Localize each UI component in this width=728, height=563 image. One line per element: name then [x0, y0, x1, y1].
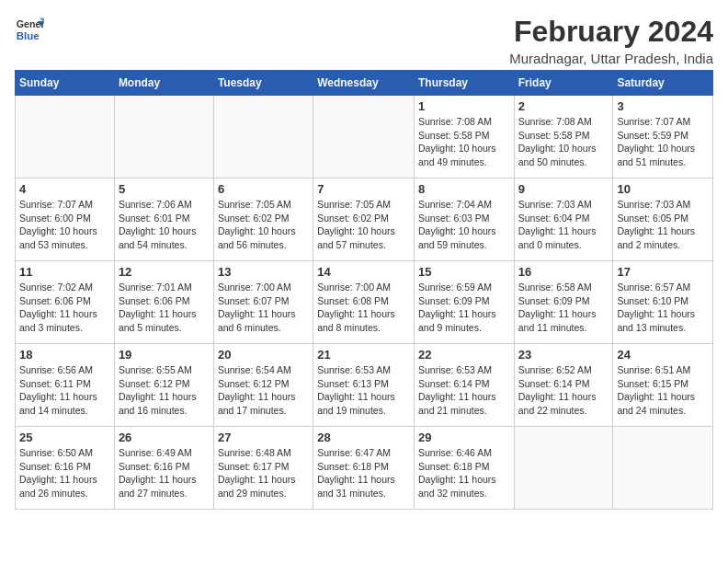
week-row-1: 1Sunrise: 7:08 AM Sunset: 5:58 PM Daylig…	[16, 96, 713, 178]
calendar-cell: 8Sunrise: 7:04 AM Sunset: 6:03 PM Daylig…	[414, 178, 514, 261]
day-number: 20	[218, 348, 309, 362]
day-number: 4	[19, 182, 110, 196]
header: General Blue February 2024 Muradnagar, U…	[15, 15, 713, 66]
day-number: 18	[19, 348, 110, 362]
header-row: SundayMondayTuesdayWednesdayThursdayFrid…	[16, 71, 713, 96]
calendar-cell: 12Sunrise: 7:01 AM Sunset: 6:06 PM Dayli…	[114, 261, 213, 344]
day-number: 27	[218, 431, 309, 444]
day-number: 13	[218, 265, 309, 279]
calendar-cell: 9Sunrise: 7:03 AM Sunset: 6:04 PM Daylig…	[514, 178, 613, 261]
day-info: Sunrise: 7:04 AM Sunset: 6:03 PM Dayligh…	[418, 198, 510, 252]
calendar-cell	[613, 427, 713, 510]
week-row-4: 18Sunrise: 6:56 AM Sunset: 6:11 PM Dayli…	[16, 344, 713, 427]
day-number: 29	[418, 431, 510, 444]
day-number: 6	[218, 182, 309, 196]
calendar-cell: 11Sunrise: 7:02 AM Sunset: 6:06 PM Dayli…	[16, 261, 115, 344]
calendar-cell: 20Sunrise: 6:54 AM Sunset: 6:12 PM Dayli…	[213, 344, 313, 427]
col-header-tuesday: Tuesday	[213, 71, 313, 96]
day-number: 7	[317, 182, 410, 196]
calendar-cell: 19Sunrise: 6:55 AM Sunset: 6:12 PM Dayli…	[114, 344, 213, 427]
calendar-cell: 24Sunrise: 6:51 AM Sunset: 6:15 PM Dayli…	[613, 344, 713, 427]
col-header-sunday: Sunday	[16, 71, 115, 96]
col-header-wednesday: Wednesday	[313, 71, 415, 96]
day-info: Sunrise: 6:58 AM Sunset: 6:09 PM Dayligh…	[518, 281, 609, 335]
calendar-cell	[313, 96, 415, 178]
calendar-cell: 17Sunrise: 6:57 AM Sunset: 6:10 PM Dayli…	[613, 261, 713, 344]
day-info: Sunrise: 6:53 AM Sunset: 6:13 PM Dayligh…	[317, 363, 410, 418]
day-info: Sunrise: 7:07 AM Sunset: 5:59 PM Dayligh…	[617, 115, 709, 169]
day-number: 16	[518, 265, 609, 279]
title-block: February 2024 Muradnagar, Uttar Pradesh,…	[509, 15, 713, 66]
day-number: 8	[418, 182, 510, 196]
col-header-monday: Monday	[114, 71, 213, 96]
calendar-cell: 1Sunrise: 7:08 AM Sunset: 5:58 PM Daylig…	[414, 96, 514, 178]
calendar-cell: 13Sunrise: 7:00 AM Sunset: 6:07 PM Dayli…	[213, 261, 313, 344]
day-number: 17	[617, 265, 709, 279]
day-info: Sunrise: 7:03 AM Sunset: 6:05 PM Dayligh…	[617, 198, 709, 252]
calendar-cell: 27Sunrise: 6:48 AM Sunset: 6:17 PM Dayli…	[213, 427, 313, 510]
day-number: 11	[19, 265, 110, 279]
calendar-cell	[213, 96, 313, 178]
day-info: Sunrise: 6:47 AM Sunset: 6:18 PM Dayligh…	[317, 446, 410, 500]
calendar-cell: 29Sunrise: 6:46 AM Sunset: 6:18 PM Dayli…	[414, 427, 514, 510]
day-info: Sunrise: 6:52 AM Sunset: 6:14 PM Dayligh…	[518, 363, 609, 418]
day-info: Sunrise: 7:08 AM Sunset: 5:58 PM Dayligh…	[518, 115, 609, 169]
day-info: Sunrise: 7:01 AM Sunset: 6:06 PM Dayligh…	[119, 281, 210, 335]
day-info: Sunrise: 6:50 AM Sunset: 6:16 PM Dayligh…	[19, 446, 110, 500]
logo: General Blue	[15, 15, 44, 44]
day-number: 24	[617, 348, 709, 362]
day-number: 23	[518, 348, 609, 362]
day-number: 12	[119, 265, 210, 279]
calendar-cell	[114, 96, 213, 178]
day-info: Sunrise: 6:53 AM Sunset: 6:14 PM Dayligh…	[418, 363, 510, 418]
logo-icon: General Blue	[15, 15, 44, 44]
calendar-cell: 16Sunrise: 6:58 AM Sunset: 6:09 PM Dayli…	[514, 261, 613, 344]
calendar-cell	[514, 427, 613, 510]
day-number: 5	[119, 182, 210, 196]
calendar-container: General Blue February 2024 Muradnagar, U…	[15, 15, 713, 510]
day-info: Sunrise: 7:05 AM Sunset: 6:02 PM Dayligh…	[317, 198, 410, 252]
calendar-cell: 28Sunrise: 6:47 AM Sunset: 6:18 PM Dayli…	[313, 427, 415, 510]
day-info: Sunrise: 6:48 AM Sunset: 6:17 PM Dayligh…	[218, 446, 309, 500]
calendar-cell: 14Sunrise: 7:00 AM Sunset: 6:08 PM Dayli…	[313, 261, 415, 344]
day-info: Sunrise: 6:49 AM Sunset: 6:16 PM Dayligh…	[119, 446, 210, 500]
day-number: 15	[418, 265, 510, 279]
day-number: 9	[518, 182, 609, 196]
svg-text:Blue: Blue	[17, 30, 40, 41]
day-info: Sunrise: 6:46 AM Sunset: 6:18 PM Dayligh…	[418, 446, 510, 500]
day-info: Sunrise: 6:54 AM Sunset: 6:12 PM Dayligh…	[218, 363, 309, 418]
day-number: 26	[119, 431, 210, 444]
day-info: Sunrise: 7:00 AM Sunset: 6:07 PM Dayligh…	[218, 281, 309, 335]
calendar-cell: 7Sunrise: 7:05 AM Sunset: 6:02 PM Daylig…	[313, 178, 415, 261]
day-info: Sunrise: 6:55 AM Sunset: 6:12 PM Dayligh…	[119, 363, 210, 418]
week-row-3: 11Sunrise: 7:02 AM Sunset: 6:06 PM Dayli…	[16, 261, 713, 344]
calendar-cell: 15Sunrise: 6:59 AM Sunset: 6:09 PM Dayli…	[414, 261, 514, 344]
col-header-saturday: Saturday	[613, 71, 713, 96]
calendar-cell: 22Sunrise: 6:53 AM Sunset: 6:14 PM Dayli…	[414, 344, 514, 427]
day-number: 2	[518, 99, 609, 113]
calendar-cell: 26Sunrise: 6:49 AM Sunset: 6:16 PM Dayli…	[114, 427, 213, 510]
day-info: Sunrise: 6:57 AM Sunset: 6:10 PM Dayligh…	[617, 281, 709, 335]
day-info: Sunrise: 7:02 AM Sunset: 6:06 PM Dayligh…	[19, 281, 110, 335]
calendar-cell: 2Sunrise: 7:08 AM Sunset: 5:58 PM Daylig…	[514, 96, 613, 178]
calendar-cell: 25Sunrise: 6:50 AM Sunset: 6:16 PM Dayli…	[16, 427, 115, 510]
day-info: Sunrise: 7:07 AM Sunset: 6:00 PM Dayligh…	[19, 198, 110, 252]
day-number: 1	[418, 99, 510, 113]
calendar-cell: 10Sunrise: 7:03 AM Sunset: 6:05 PM Dayli…	[613, 178, 713, 261]
location: Muradnagar, Uttar Pradesh, India	[509, 51, 713, 66]
day-number: 10	[617, 182, 709, 196]
calendar-cell: 4Sunrise: 7:07 AM Sunset: 6:00 PM Daylig…	[16, 178, 115, 261]
calendar-cell: 5Sunrise: 7:06 AM Sunset: 6:01 PM Daylig…	[114, 178, 213, 261]
calendar-cell: 18Sunrise: 6:56 AM Sunset: 6:11 PM Dayli…	[16, 344, 115, 427]
day-info: Sunrise: 7:08 AM Sunset: 5:58 PM Dayligh…	[418, 115, 510, 169]
day-info: Sunrise: 6:56 AM Sunset: 6:11 PM Dayligh…	[19, 363, 110, 418]
col-header-friday: Friday	[514, 71, 613, 96]
day-info: Sunrise: 7:00 AM Sunset: 6:08 PM Dayligh…	[317, 281, 410, 335]
calendar-cell: 23Sunrise: 6:52 AM Sunset: 6:14 PM Dayli…	[514, 344, 613, 427]
calendar-cell: 3Sunrise: 7:07 AM Sunset: 5:59 PM Daylig…	[613, 96, 713, 178]
calendar-table: SundayMondayTuesdayWednesdayThursdayFrid…	[15, 70, 713, 510]
month-year: February 2024	[509, 15, 713, 49]
calendar-cell: 6Sunrise: 7:05 AM Sunset: 6:02 PM Daylig…	[213, 178, 313, 261]
day-number: 19	[119, 348, 210, 362]
week-row-5: 25Sunrise: 6:50 AM Sunset: 6:16 PM Dayli…	[16, 427, 713, 510]
